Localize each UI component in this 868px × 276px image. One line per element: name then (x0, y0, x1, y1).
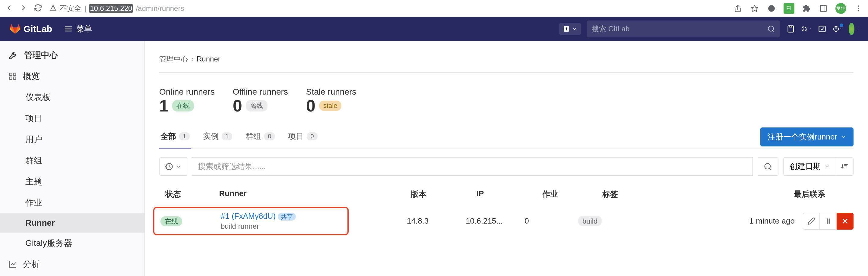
sidebar-item-jobs[interactable]: 作业 (0, 192, 145, 213)
search-icon (767, 25, 775, 33)
tab-group[interactable]: 群组 0 (244, 125, 276, 148)
th-contact: 最后联系 (794, 189, 854, 200)
th-runner: Runner (219, 189, 411, 200)
breadcrumb-current: Runner (197, 55, 220, 63)
sort-direction-button[interactable] (836, 157, 854, 176)
circle-icon[interactable] (767, 4, 776, 13)
sidebar-overview[interactable]: 概览 (0, 66, 145, 87)
table-header: 状态 Runner 版本 IP 作业 标签 最后联系 (159, 184, 854, 204)
tabs-row: 全部 1 实例 1 群组 0 项目 0 注册一个实例runner (159, 125, 854, 149)
hamburger-icon (64, 25, 73, 33)
tab-all[interactable]: 全部 1 (159, 125, 191, 148)
gitlab-logo-icon (10, 24, 21, 34)
runner-link[interactable]: #1 (FxAMy8dU) (221, 211, 276, 220)
star-icon[interactable] (750, 4, 760, 13)
sidebar-item-gitaly[interactable]: Gitaly服务器 (0, 233, 145, 254)
user-menu[interactable] (849, 24, 858, 34)
sidebar-item-dashboard[interactable]: 仪表板 (0, 87, 145, 108)
chevron-down-icon (808, 27, 811, 31)
user-avatar-icon (849, 23, 855, 35)
create-menu[interactable] (559, 23, 581, 35)
url-bar[interactable]: 不安全 | 10.6.215.220/admin/runners (47, 4, 728, 13)
admin-sidebar: 管理中心 概览 仪表板 项目 用户 群组 主题 作业 Runner Gitaly… (0, 41, 145, 276)
th-ip: IP (476, 189, 542, 200)
edit-runner-button[interactable] (803, 213, 820, 230)
window-icon[interactable] (818, 4, 828, 13)
button-label: 注册一个实例runner (768, 132, 837, 142)
online-badge: 在线 (172, 100, 194, 111)
search-input[interactable] (592, 25, 767, 33)
global-search[interactable] (587, 21, 780, 37)
help-icon[interactable] (833, 24, 843, 34)
tab-count: 1 (222, 132, 232, 140)
sidebar-item-runner[interactable]: Runner (0, 213, 145, 233)
tab-project[interactable]: 项目 0 (287, 125, 318, 148)
svg-rect-20 (13, 73, 16, 76)
runner-stats: Online runners 1 在线 Offline runners 0 离线… (159, 73, 854, 125)
grid-icon (8, 72, 17, 80)
reload-icon[interactable] (34, 4, 42, 13)
cell-status: 在线 (160, 216, 221, 226)
browser-actions: FI 复佳 (733, 3, 863, 14)
pause-runner-button[interactable] (820, 213, 837, 230)
todos-icon[interactable] (817, 24, 827, 34)
chevron-down-icon (840, 134, 846, 140)
breadcrumb-sep: › (191, 55, 194, 63)
menu-dots-icon[interactable] (854, 4, 863, 13)
issues-icon[interactable] (786, 24, 796, 34)
stat-value: 1 (159, 97, 168, 114)
browser-toolbar: 不安全 | 10.6.215.220/admin/runners FI 复佳 (0, 0, 868, 17)
sidebar-item-groups[interactable]: 群组 (0, 150, 145, 171)
url-path: /admin/runners (136, 4, 184, 13)
pause-icon (824, 217, 832, 225)
url-host: 10.6.215.220 (89, 4, 133, 13)
th-version: 版本 (411, 189, 476, 200)
extensions-icon[interactable] (802, 4, 811, 13)
search-icon (764, 163, 772, 171)
insecure-label: 不安全 (60, 4, 82, 13)
sidebar-analytics[interactable]: 分析 (0, 254, 145, 275)
filter-input[interactable] (192, 157, 753, 176)
breadcrumb-root[interactable]: 管理中心 (159, 54, 188, 64)
main-content: 管理中心 › Runner Online runners 1 在线 Offlin… (145, 41, 868, 276)
register-runner-button[interactable]: 注册一个实例runner (760, 128, 854, 146)
extension-fi-icon[interactable]: FI (783, 3, 795, 14)
gitlab-topbar: GitLab 菜单 (0, 17, 868, 41)
back-icon[interactable] (5, 4, 13, 13)
sidebar-item-topics[interactable]: 主题 (0, 171, 145, 192)
gitlab-logo[interactable]: GitLab (10, 24, 52, 34)
sort-dropdown[interactable]: 创建日期 (783, 157, 836, 176)
sidebar-item-users[interactable]: 用户 (0, 129, 145, 150)
chevron-down-icon (572, 26, 577, 32)
tab-label: 项目 (288, 131, 304, 142)
cell-jobs: 0 (525, 216, 578, 226)
filter-search-button[interactable] (757, 157, 778, 176)
sort-desc-icon (841, 163, 848, 170)
cell-actions (803, 213, 854, 230)
tab-instance[interactable]: 实例 1 (202, 125, 234, 148)
sidebar-overview-label: 概览 (23, 70, 40, 82)
share-icon[interactable] (733, 4, 743, 13)
profile-avatar-icon[interactable]: 复佳 (835, 3, 846, 14)
svg-point-6 (858, 10, 859, 11)
stale-badge: stale (319, 101, 341, 111)
merge-requests-icon[interactable] (802, 24, 811, 34)
breadcrumb: 管理中心 › Runner (159, 46, 854, 73)
sidebar-item-projects[interactable]: 项目 (0, 108, 145, 129)
forward-icon[interactable] (19, 4, 28, 13)
stat-label: Offline runners (233, 87, 288, 97)
chevron-down-icon (856, 27, 858, 31)
wrench-icon (8, 50, 18, 60)
svg-rect-17 (819, 26, 826, 32)
delete-runner-button[interactable] (837, 213, 854, 230)
status-badge: 在线 (160, 216, 182, 226)
pencil-icon (807, 217, 815, 225)
svg-point-4 (858, 5, 859, 7)
hamburger-menu[interactable]: 菜单 (64, 24, 92, 34)
insecure-icon (50, 4, 57, 13)
search-history-button[interactable] (159, 157, 187, 176)
stat-offline: Offline runners 0 离线 (233, 87, 288, 114)
tab-label: 群组 (246, 131, 261, 142)
stat-value: 0 (233, 97, 242, 114)
tab-count: 0 (307, 132, 317, 140)
